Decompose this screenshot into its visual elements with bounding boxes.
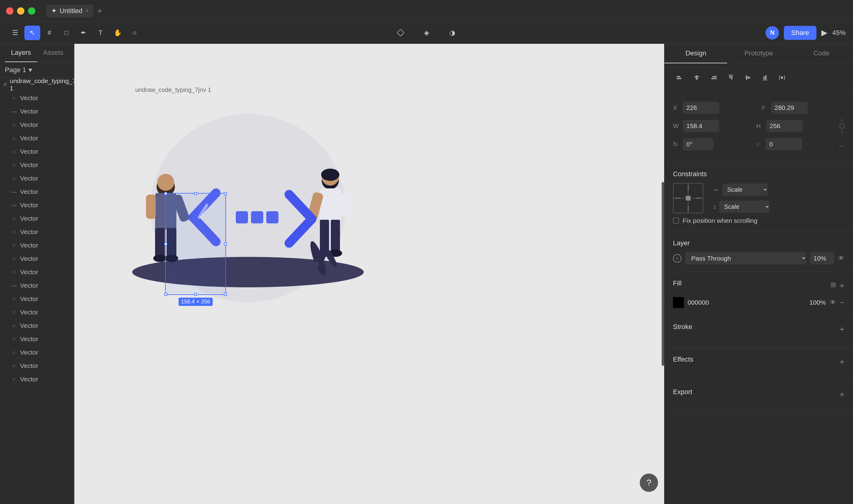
selection-handle-mr[interactable] xyxy=(224,242,227,246)
selection-box xyxy=(165,193,226,295)
w-input[interactable] xyxy=(683,120,719,132)
vector-icon: — xyxy=(11,283,17,289)
list-item[interactable]: — Vector xyxy=(0,279,74,292)
h-input[interactable] xyxy=(766,120,803,132)
minimize-traffic-light[interactable] xyxy=(17,7,24,15)
fill-remove-button[interactable]: − xyxy=(840,298,845,307)
stroke-add-button[interactable]: + xyxy=(840,324,845,334)
align-center-v-button[interactable] xyxy=(741,71,754,84)
component-button[interactable] xyxy=(393,25,409,40)
list-item[interactable]: — Vector xyxy=(0,198,74,212)
tab-code[interactable]: Code xyxy=(790,44,853,63)
list-item[interactable]: ○ Vector xyxy=(0,306,74,319)
visibility-toggle[interactable]: 👁 xyxy=(838,254,845,262)
distribute-button[interactable] xyxy=(775,71,789,84)
fill-color-swatch[interactable] xyxy=(673,297,684,308)
list-item[interactable]: ○ Vector xyxy=(0,131,74,145)
list-item[interactable]: ○ Vector xyxy=(0,292,74,306)
pen-tool[interactable]: ✒ xyxy=(75,25,91,40)
maximize-traffic-light[interactable] xyxy=(28,7,35,15)
rotation-input[interactable] xyxy=(683,138,713,150)
canvas-scrollbar[interactable] xyxy=(662,182,664,366)
comment-tool[interactable]: ○ xyxy=(127,25,143,40)
fill-visibility-toggle[interactable]: 👁 xyxy=(830,299,836,306)
list-item[interactable]: ○ Vector xyxy=(0,118,74,131)
list-item[interactable]: ○ Vector xyxy=(0,158,74,172)
fill-color-row: 👁 − xyxy=(673,297,845,308)
tab-design[interactable]: Design xyxy=(664,44,727,63)
contrast-button[interactable]: ◑ xyxy=(444,25,460,40)
shape-tool[interactable]: □ xyxy=(58,25,74,40)
list-item[interactable]: ○ Vector xyxy=(0,265,74,279)
list-item[interactable]: — Vector xyxy=(0,185,74,198)
align-left-button[interactable] xyxy=(673,71,686,84)
align-right-button[interactable] xyxy=(707,71,720,84)
list-item[interactable]: ○ Vector xyxy=(0,252,74,265)
h-field: H xyxy=(756,120,835,132)
constraint-top-dash xyxy=(688,185,689,190)
fill-grid-button[interactable]: ⊞ xyxy=(831,281,836,291)
effects-add-button[interactable]: + xyxy=(840,357,845,367)
vector-icon: ○ xyxy=(11,309,17,316)
list-item[interactable]: ○ Vector xyxy=(0,239,74,252)
new-tab-button[interactable]: + xyxy=(97,6,102,16)
h-constraint-select[interactable]: Scale Left Right Left & Right Center xyxy=(722,183,768,196)
align-top-button[interactable] xyxy=(724,71,737,84)
active-tab[interactable]: ✦ Untitled × xyxy=(46,4,93,17)
y-input[interactable] xyxy=(771,102,807,114)
help-button[interactable]: ? xyxy=(640,473,658,492)
frame-tool[interactable]: # xyxy=(41,25,57,40)
selection-handle-br[interactable] xyxy=(224,293,227,296)
corner-radius-input[interactable] xyxy=(766,138,802,150)
fill-add-button[interactable]: + xyxy=(840,281,845,291)
zoom-level[interactable]: 45% xyxy=(832,29,846,37)
close-traffic-light[interactable] xyxy=(6,7,13,15)
fix-scroll-checkbox[interactable] xyxy=(673,218,679,224)
list-item[interactable]: ○ Vector xyxy=(0,172,74,185)
fill-hex-input[interactable] xyxy=(687,299,801,306)
constrain-proportions[interactable] xyxy=(840,119,845,133)
selection-handle-tr[interactable] xyxy=(224,192,227,195)
align-bottom-button[interactable] xyxy=(758,71,772,84)
list-item[interactable]: ○ Vector xyxy=(0,212,74,225)
layer-group-item[interactable]: # undraw_code_typing_7jnv 1 xyxy=(0,78,74,91)
x-input[interactable] xyxy=(683,102,719,114)
selection-handle-tl[interactable] xyxy=(164,192,167,195)
list-item[interactable]: ○ Vector xyxy=(0,145,74,158)
assets-tab[interactable]: Assets xyxy=(37,44,69,62)
selection-handle-tm[interactable] xyxy=(194,192,197,195)
play-button[interactable]: ▶ xyxy=(821,28,828,37)
list-item[interactable]: — Vector xyxy=(0,105,74,118)
layers-tab[interactable]: Layers xyxy=(5,44,37,62)
user-avatar[interactable]: N xyxy=(766,26,779,39)
tab-prototype[interactable]: Prototype xyxy=(727,44,790,63)
list-item[interactable]: ○ Vector xyxy=(0,359,74,373)
mask-button[interactable]: ◈ xyxy=(419,25,434,40)
align-center-h-button[interactable] xyxy=(690,71,703,84)
selection-handle-bl[interactable] xyxy=(164,293,167,296)
canvas[interactable]: undraw_code_typing_7jnv 1 xyxy=(74,44,664,504)
fill-opacity-input[interactable] xyxy=(804,299,826,306)
v-constraint-select[interactable]: Scale Top Bottom Top & Bottom Center xyxy=(719,201,769,213)
more-options-button[interactable]: ... xyxy=(839,140,845,148)
page-selector[interactable]: Page 1 ▾ xyxy=(0,62,74,78)
share-button[interactable]: Share xyxy=(784,26,816,40)
tab-close-button[interactable]: × xyxy=(86,7,89,14)
blend-mode-select[interactable]: Pass Through Normal Darken Multiply Colo… xyxy=(685,252,806,265)
list-item[interactable]: ○ Vector xyxy=(0,91,74,105)
selection-handle-bm[interactable] xyxy=(194,293,197,296)
list-item[interactable]: ○ Vector xyxy=(0,332,74,346)
list-item[interactable]: ○ Vector xyxy=(0,346,74,359)
svg-rect-36 xyxy=(678,76,680,77)
menu-button[interactable]: ☰ xyxy=(7,25,23,40)
hand-tool[interactable]: ✋ xyxy=(110,25,125,40)
list-item[interactable]: ○ Vector xyxy=(0,225,74,239)
export-add-button[interactable]: + xyxy=(840,390,845,399)
list-item[interactable]: ○ Vector xyxy=(0,319,74,332)
opacity-input[interactable] xyxy=(810,252,834,265)
select-tool[interactable]: ↖ xyxy=(24,25,40,40)
selection-handle-ml[interactable] xyxy=(164,242,167,246)
svg-rect-21 xyxy=(341,193,350,216)
list-item[interactable]: ○ Vector xyxy=(0,373,74,386)
text-tool[interactable]: T xyxy=(93,25,108,40)
